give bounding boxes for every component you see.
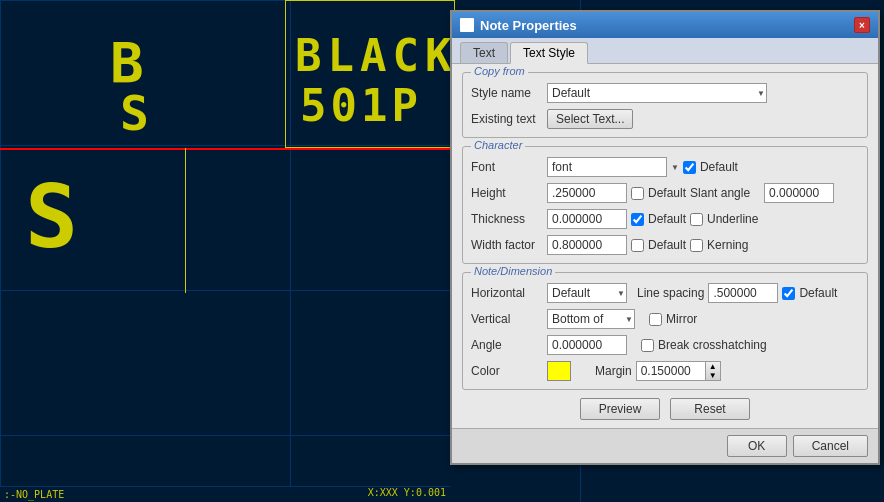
- line-spacing-label: Line spacing: [637, 286, 704, 300]
- grid-line: [0, 435, 450, 436]
- thickness-default-checkbox[interactable]: [631, 213, 644, 226]
- margin-input[interactable]: 0.150000: [636, 361, 706, 381]
- horizontal-label: Horizontal: [471, 286, 543, 300]
- titlebar-left: Note Properties: [460, 18, 577, 33]
- underline-label: Underline: [707, 212, 758, 226]
- existing-text-label: Existing text: [471, 112, 543, 126]
- line-spacing-default-checkbox[interactable]: [782, 287, 795, 300]
- vertical-row: Vertical Bottom of ▼ Mirror: [471, 309, 859, 329]
- thickness-label: Thickness: [471, 212, 543, 226]
- thickness-row: Thickness 0.000000 Default Underline: [471, 209, 859, 229]
- style-name-row: Style name Default ▼: [471, 83, 859, 103]
- grid-line: [0, 290, 450, 291]
- height-label: Height: [471, 186, 543, 200]
- font-input[interactable]: font: [547, 157, 667, 177]
- note-dimension-label: Note/Dimension: [471, 265, 555, 277]
- thickness-input[interactable]: 0.000000: [547, 209, 627, 229]
- note-properties-dialog: Note Properties × Text Text Style Copy f…: [450, 10, 880, 465]
- slant-angle-label: Slant angle: [690, 186, 760, 200]
- cad-text-s1: S: [120, 85, 153, 141]
- select-text-button[interactable]: Select Text...: [547, 109, 633, 129]
- dialog-app-icon: [460, 18, 474, 32]
- note-dimension-group: Note/Dimension Horizontal Default ▼ Line…: [462, 272, 868, 390]
- underline-checkbox[interactable]: [690, 213, 703, 226]
- margin-combo[interactable]: 0.150000 ▲ ▼: [636, 361, 721, 381]
- height-default-checkbox[interactable]: [631, 187, 644, 200]
- existing-text-row: Existing text Select Text...: [471, 109, 859, 129]
- angle-row: Angle 0.000000 Break crosshatching: [471, 335, 859, 355]
- slant-angle-input[interactable]: 0.000000: [764, 183, 834, 203]
- width-factor-row: Width factor 0.800000 Default Kerning: [471, 235, 859, 255]
- reset-button[interactable]: Reset: [670, 398, 750, 420]
- style-name-label: Style name: [471, 86, 543, 100]
- vertical-label: Vertical: [471, 312, 543, 326]
- height-input[interactable]: .250000: [547, 183, 627, 203]
- copy-from-group: Copy from Style name Default ▼ Existing …: [462, 72, 868, 138]
- break-crosshatching-label: Break crosshatching: [658, 338, 767, 352]
- font-row: Font font ▼ Default: [471, 157, 859, 177]
- tab-text[interactable]: Text: [460, 42, 508, 63]
- dialog-titlebar: Note Properties ×: [452, 12, 878, 38]
- font-label: Font: [471, 160, 543, 174]
- margin-down-icon: ▼: [709, 371, 717, 380]
- ok-button[interactable]: OK: [727, 435, 787, 457]
- color-swatch[interactable]: [547, 361, 571, 381]
- grid-line: [0, 0, 1, 502]
- margin-label: Margin: [595, 364, 632, 378]
- style-name-select[interactable]: Default: [547, 83, 767, 103]
- mirror-label: Mirror: [666, 312, 697, 326]
- margin-spinner[interactable]: ▲ ▼: [706, 361, 721, 381]
- style-name-combo[interactable]: Default ▼: [547, 83, 767, 103]
- break-crosshatching-checkbox[interactable]: [641, 339, 654, 352]
- vertical-combo[interactable]: Bottom of ▼: [547, 309, 635, 329]
- height-default-label: Default: [648, 186, 686, 200]
- angle-label: Angle: [471, 338, 543, 352]
- color-label: Color: [471, 364, 543, 378]
- color-row: Color Margin 0.150000 ▲ ▼: [471, 361, 859, 381]
- dialog-title: Note Properties: [480, 18, 577, 33]
- kerning-checkbox[interactable]: [690, 239, 703, 252]
- font-default-checkbox[interactable]: [683, 161, 696, 174]
- cad-text-s2: S: [25, 165, 82, 268]
- dialog-body: Copy from Style name Default ▼ Existing …: [452, 64, 878, 428]
- line-spacing-default-label: Default: [799, 286, 837, 300]
- dialog-bottom-bar: OK Cancel: [452, 428, 878, 463]
- character-label: Character: [471, 139, 525, 151]
- character-group: Character Font font ▼ Default Height .25…: [462, 146, 868, 264]
- line-spacing-input[interactable]: .500000: [708, 283, 778, 303]
- font-dropdown-arrow: ▼: [671, 163, 679, 172]
- angle-input[interactable]: 0.000000: [547, 335, 627, 355]
- preview-button[interactable]: Preview: [580, 398, 660, 420]
- yellow-rect: [285, 0, 455, 148]
- cad-canvas: B BLACK S 501P S :-NO_PLATE X:XXX Y:0.00…: [0, 0, 450, 502]
- coords-display: X:XXX Y:0.001: [368, 487, 446, 498]
- tab-text-style[interactable]: Text Style: [510, 42, 588, 64]
- close-button[interactable]: ×: [854, 17, 870, 33]
- horizontal-row: Horizontal Default ▼ Line spacing .50000…: [471, 283, 859, 303]
- font-default-label: Default: [700, 160, 738, 174]
- copy-from-label: Copy from: [471, 65, 528, 77]
- thickness-default-label: Default: [648, 212, 686, 226]
- status-text: :-NO_PLATE: [4, 489, 64, 500]
- red-line: [0, 148, 450, 150]
- margin-up-icon: ▲: [709, 362, 717, 371]
- horizontal-select[interactable]: Default: [547, 283, 627, 303]
- kerning-label: Kerning: [707, 238, 748, 252]
- mirror-checkbox[interactable]: [649, 313, 662, 326]
- tab-bar: Text Text Style: [452, 38, 878, 64]
- preview-reset-row: Preview Reset: [462, 398, 868, 420]
- cad-vert-line: [185, 148, 186, 293]
- width-default-checkbox[interactable]: [631, 239, 644, 252]
- width-factor-label: Width factor: [471, 238, 543, 252]
- cancel-button[interactable]: Cancel: [793, 435, 868, 457]
- horizontal-combo[interactable]: Default ▼: [547, 283, 627, 303]
- vertical-select[interactable]: Bottom of: [547, 309, 635, 329]
- width-factor-input[interactable]: 0.800000: [547, 235, 627, 255]
- width-default-label: Default: [648, 238, 686, 252]
- height-row: Height .250000 Default Slant angle 0.000…: [471, 183, 859, 203]
